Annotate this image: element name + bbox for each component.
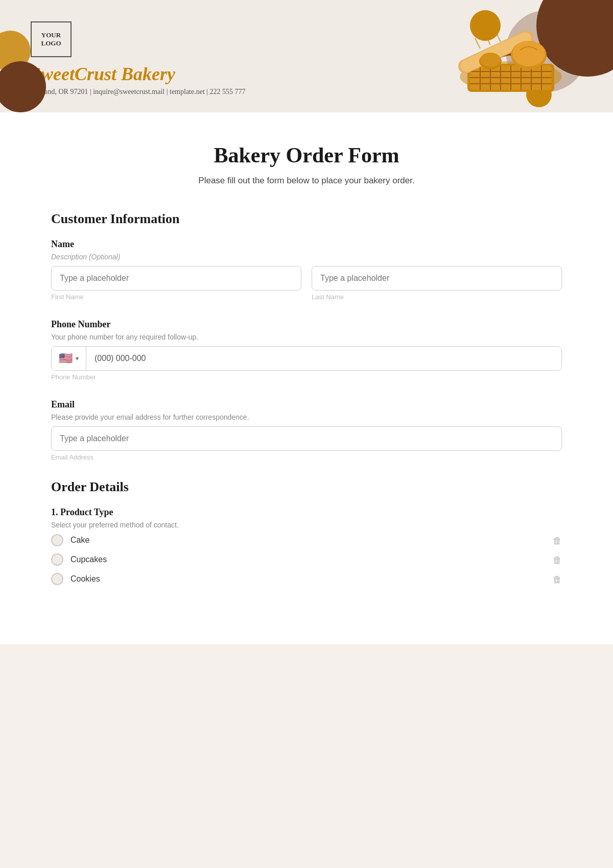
form-title: Bakery Order Form: [51, 143, 562, 167]
radio-option-cupcakes: Cupcakes: [51, 553, 562, 566]
phone-field-group: Phone Number Your phone number for any r…: [51, 319, 562, 381]
radio-cookies-label: Cookies: [70, 574, 100, 584]
radio-option-cake: Cake: [51, 534, 562, 546]
chevron-down-icon: ▾: [76, 355, 79, 363]
last-name-wrap: Last Name: [312, 266, 562, 301]
order-details-heading: Order Details: [51, 479, 562, 495]
email-description: Please provide your email address for fu…: [51, 413, 562, 421]
name-field-group: Name Description (Optional) First Name L…: [51, 239, 562, 301]
logo-text: YOUR LOGO: [41, 31, 61, 47]
first-name-input[interactable]: [51, 266, 301, 291]
email-input[interactable]: [51, 426, 562, 451]
delete-cookies-icon[interactable]: [553, 573, 562, 585]
svg-line-18: [496, 32, 501, 42]
svg-line-16: [475, 38, 480, 49]
radio-cupcakes-label: Cupcakes: [70, 555, 107, 564]
phone-input-row: 🇺🇸 ▾: [51, 346, 562, 371]
email-field-group: Email Please provide your email address …: [51, 399, 562, 461]
delete-cake-icon[interactable]: [553, 535, 562, 546]
svg-line-17: [485, 35, 490, 45]
phone-description: Your phone number for any required follo…: [51, 333, 562, 341]
radio-cupcakes-left: Cupcakes: [51, 553, 107, 566]
product-type-group: 1. Product Type Select your preferred me…: [51, 507, 562, 585]
main-content: Bakery Order Form Please fill out the fo…: [0, 112, 613, 644]
customer-info-heading: Customer Information: [51, 211, 562, 227]
delete-cupcakes-icon[interactable]: [553, 554, 562, 566]
email-sublabel: Email Address: [51, 453, 562, 461]
radio-cake-label: Cake: [70, 536, 89, 545]
phone-label: Phone Number: [51, 319, 562, 330]
deco-circle-brown: [0, 61, 46, 112]
last-name-input[interactable]: [312, 266, 562, 291]
us-flag-icon: 🇺🇸: [59, 352, 73, 365]
first-name-sublabel: First Name: [51, 293, 301, 301]
last-name-sublabel: Last Name: [312, 293, 562, 301]
order-details-section: Order Details 1. Product Type Select you…: [51, 479, 562, 585]
phone-sublabel: Phone Number: [51, 373, 562, 381]
radio-cookies-circle[interactable]: [51, 573, 63, 585]
email-label: Email: [51, 399, 562, 410]
product-type-description: Select your preferred method of contact.: [51, 521, 562, 529]
name-label: Name: [51, 239, 562, 250]
radio-cookies-left: Cookies: [51, 573, 100, 585]
page-header: YOUR LOGO SweetCrust Bakery Portland, OR…: [0, 0, 613, 112]
svg-point-20: [512, 41, 545, 66]
radio-cake-circle[interactable]: [51, 534, 63, 546]
first-name-wrap: First Name: [51, 266, 301, 301]
customer-info-section: Customer Information Name Description (O…: [51, 211, 562, 461]
form-subtitle: Please fill out the form below to place …: [51, 176, 562, 186]
name-inputs-row: First Name Last Name: [51, 266, 562, 301]
phone-country-select[interactable]: 🇺🇸 ▾: [52, 347, 86, 370]
bread-basket-image: [429, 5, 593, 107]
logo-box: YOUR LOGO: [31, 21, 72, 57]
radio-cupcakes-circle[interactable]: [51, 553, 63, 566]
product-type-label: 1. Product Type: [51, 507, 562, 518]
radio-cake-left: Cake: [51, 534, 89, 546]
name-description: Description (Optional): [51, 253, 562, 261]
phone-number-input[interactable]: [86, 347, 561, 370]
radio-option-cookies: Cookies: [51, 573, 562, 585]
svg-point-22: [480, 53, 501, 67]
